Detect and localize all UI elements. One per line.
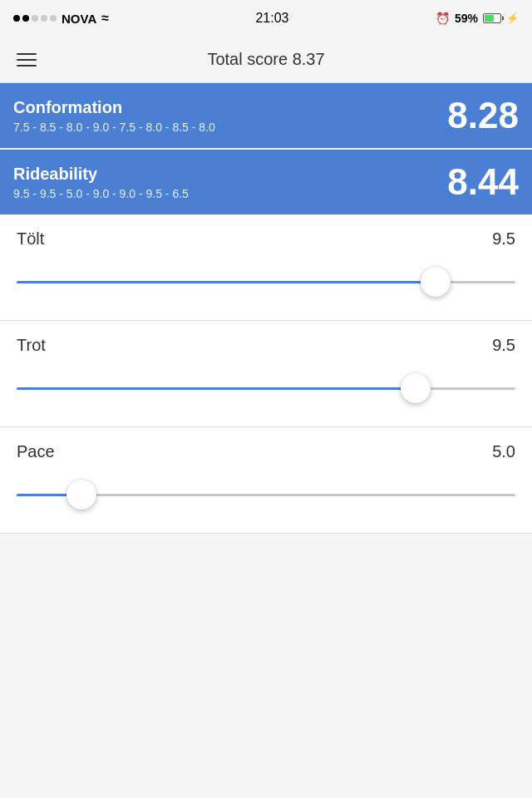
battery-percent: 59% [455, 12, 478, 25]
signal-dot-4 [41, 15, 47, 22]
signal-dot-2 [22, 15, 29, 22]
bolt-icon: ⚡ [506, 12, 519, 24]
trot-section: Trot 9.5 [0, 321, 532, 427]
rideability-card[interactable]: Rideability 9.5 - 9.5 - 5.0 - 9.0 - 9.0 … [0, 150, 532, 214]
tolt-label: Tölt [17, 229, 44, 249]
conformation-score: 8.28 [444, 95, 519, 136]
rideability-title: Rideability [13, 165, 431, 184]
menu-button[interactable] [13, 50, 40, 70]
tolt-track-fill [17, 281, 436, 283]
status-right: ⏰ 59% ⚡ [436, 12, 519, 25]
signal-dot-5 [50, 15, 57, 22]
trot-slider[interactable] [17, 370, 515, 406]
tolt-header: Tölt 9.5 [17, 229, 515, 249]
pace-label: Pace [17, 442, 55, 461]
trot-track-fill [17, 387, 416, 390]
carrier-label: NOVA [62, 12, 96, 26]
status-bar: NOVA ≈ 21:03 ⏰ 59% ⚡ [0, 0, 532, 37]
trot-thumb[interactable] [401, 373, 431, 403]
rideability-details: 9.5 - 9.5 - 5.0 - 9.0 - 9.0 - 9.5 - 6.5 [13, 187, 431, 200]
rideability-score: 8.44 [444, 161, 519, 203]
conformation-details: 7.5 - 8.5 - 8.0 - 9.0 - 7.5 - 8.0 - 8.5 … [13, 121, 431, 134]
signal-dot-3 [32, 15, 38, 22]
status-left: NOVA ≈ [13, 11, 109, 26]
rideability-info: Rideability 9.5 - 9.5 - 5.0 - 9.0 - 9.0 … [13, 165, 431, 200]
pace-header: Pace 5.0 [17, 442, 515, 461]
pace-thumb[interactable] [66, 480, 96, 510]
status-time: 21:03 [255, 11, 288, 26]
trot-header: Trot 9.5 [17, 336, 515, 355]
pace-section: Pace 5.0 [0, 427, 532, 534]
trot-label: Trot [17, 336, 46, 355]
page-title: Total score 8.37 [40, 50, 492, 69]
wifi-icon: ≈ [101, 11, 109, 26]
battery-icon [483, 13, 501, 23]
navbar: Total score 8.37 [0, 37, 532, 83]
signal-dot-1 [13, 15, 20, 22]
tolt-thumb[interactable] [421, 267, 451, 297]
signal-dots [13, 15, 57, 22]
trot-value: 9.5 [492, 336, 515, 355]
pace-slider[interactable] [17, 476, 515, 513]
alarm-icon: ⏰ [436, 12, 450, 25]
tolt-slider[interactable] [17, 264, 515, 300]
conformation-card[interactable]: Conformation 7.5 - 8.5 - 8.0 - 9.0 - 7.5… [0, 83, 532, 148]
tolt-value: 9.5 [492, 229, 515, 249]
conformation-info: Conformation 7.5 - 8.5 - 8.0 - 9.0 - 7.5… [13, 98, 431, 134]
tolt-section: Tölt 9.5 [0, 214, 532, 321]
conformation-title: Conformation [13, 98, 431, 117]
pace-value: 5.0 [492, 442, 515, 461]
